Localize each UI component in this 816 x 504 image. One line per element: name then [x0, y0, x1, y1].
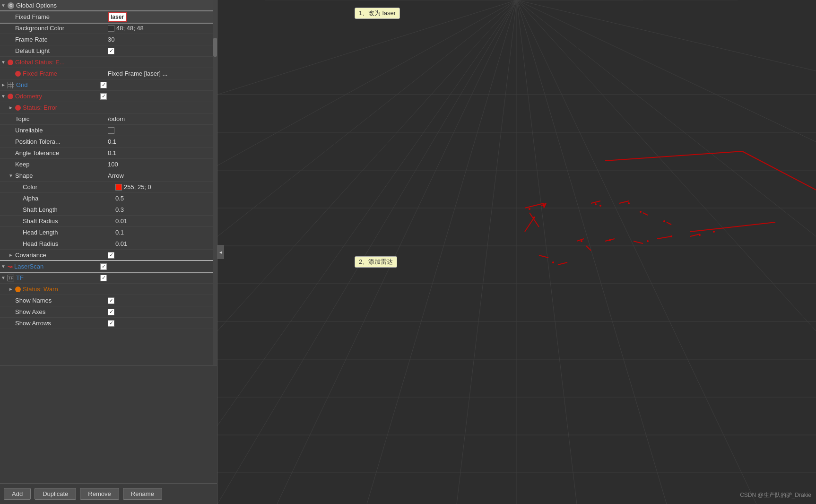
fixed-frame-status-icon [15, 71, 21, 77]
tree-area[interactable]: ▼ ⚙ Global Options Fixed Frame laser [0, 0, 217, 365]
svg-point-73 [699, 234, 701, 236]
remove-button[interactable]: Remove [80, 488, 119, 500]
callout-1: 1、改为 laser [355, 8, 400, 19]
row-keep[interactable]: Keep 100 [0, 159, 217, 170]
position-tolerance-value: 0.1 [108, 138, 116, 145]
row-global-options[interactable]: ▼ ⚙ Global Options [0, 0, 217, 11]
expand-global-status[interactable]: ▼ [1, 60, 6, 65]
shaft-length-label: Shaft Length [23, 206, 58, 213]
row-covariance[interactable]: ► Covariance ✓ [0, 250, 217, 261]
row-position-tolerance[interactable]: Position Tolera... 0.1 [0, 136, 217, 148]
fixed-frame-value[interactable]: laser [108, 12, 127, 22]
head-radius-label: Head Radius [23, 240, 58, 247]
show-names-checkbox[interactable]: ✓ [108, 297, 114, 304]
gear-icon: ⚙ [8, 2, 14, 9]
lower-panel [0, 365, 217, 483]
row-angle-tolerance[interactable]: Angle Tolerance 0.1 [0, 148, 217, 159]
default-light-checkbox[interactable]: ✓ [108, 48, 114, 54]
expand-covariance[interactable]: ► [9, 252, 13, 258]
3d-viewport[interactable]: 1、改为 laser 2、添加雷达 ◄ CSDN @生产队的驴_Drakie [217, 0, 816, 504]
row-shape[interactable]: ▼ Shape Arrow [0, 170, 217, 182]
covariance-checkbox[interactable]: ✓ [108, 252, 114, 259]
svg-point-70 [609, 239, 611, 241]
expand-shape[interactable]: ▼ [9, 173, 13, 178]
expand-status-error[interactable]: ► [9, 105, 13, 110]
show-arrows-label: Show Arrows [15, 320, 51, 327]
row-fixed-frame-status[interactable]: Fixed Frame Fixed Frame [laser] ... [0, 68, 217, 79]
svg-point-71 [647, 240, 649, 242]
shaft-length-value: 0.3 [115, 206, 124, 213]
svg-point-74 [552, 261, 554, 263]
expand-status-warn[interactable]: ► [9, 287, 13, 292]
svg-point-72 [670, 235, 672, 237]
rename-button[interactable]: Rename [123, 488, 162, 500]
row-frame-rate[interactable]: Frame Rate 30 [0, 34, 217, 45]
row-shaft-length[interactable]: Shaft Length 0.3 [0, 204, 217, 216]
row-topic[interactable]: Topic /odom [0, 113, 217, 125]
expand-tf[interactable]: ▼ [1, 275, 6, 280]
row-fixed-frame[interactable]: Fixed Frame laser [0, 11, 217, 23]
callout-2: 2、添加雷达 [355, 256, 397, 268]
collapse-panel-button[interactable]: ◄ [217, 245, 224, 259]
grid-label: Grid [16, 81, 28, 88]
row-laserscan[interactable]: ▼ ↝ LaserScan ✓ [0, 261, 217, 272]
default-light-label: Default Light [15, 47, 50, 54]
row-color[interactable]: Color 255; 25; 0 [0, 182, 217, 193]
status-warn-icon [15, 287, 21, 292]
row-grid[interactable]: ► Grid ✓ [0, 79, 217, 91]
expand-laserscan[interactable]: ▼ [1, 264, 6, 269]
global-options-label: Global Options [16, 2, 57, 9]
tf-checkbox[interactable]: ✓ [100, 275, 107, 281]
row-status-error[interactable]: ► Status: Error [0, 102, 217, 113]
head-radius-value: 0.01 [115, 240, 127, 247]
angle-tolerance-value: 0.1 [108, 149, 116, 156]
alpha-value: 0.5 [115, 195, 124, 202]
svg-point-65 [713, 231, 715, 233]
keep-label: Keep [15, 161, 29, 168]
unreliable-checkbox[interactable] [108, 127, 114, 134]
status-error-label: Status: Error [23, 104, 57, 111]
row-head-length[interactable]: Head Length 0.1 [0, 227, 217, 238]
grid-checkbox[interactable]: ✓ [100, 82, 107, 88]
grid-icon [8, 82, 14, 88]
show-axes-label: Show Axes [15, 308, 45, 315]
expand-global-options[interactable]: ▼ [1, 3, 6, 8]
odometry-checkbox[interactable]: ✓ [100, 93, 107, 100]
row-show-axes[interactable]: Show Axes ✓ [0, 306, 217, 318]
background-color-swatch[interactable] [108, 25, 114, 32]
global-status-red-circle-icon [8, 60, 13, 65]
alpha-label: Alpha [23, 195, 38, 202]
duplicate-button[interactable]: Duplicate [35, 488, 76, 500]
shaft-radius-value: 0.01 [115, 217, 127, 225]
scrollbar-thumb[interactable] [213, 38, 217, 57]
fixed-frame-status-label: Fixed Frame [23, 70, 57, 77]
global-status-label: Global Status: E... [15, 59, 65, 66]
row-odometry[interactable]: ▼ Odometry ✓ [0, 91, 217, 102]
row-default-light[interactable]: Default Light ✓ [0, 45, 217, 57]
color-swatch[interactable] [115, 184, 122, 191]
shaft-radius-label: Shaft Radius [23, 217, 58, 225]
color-value: 255; 25; 0 [124, 183, 151, 191]
laserscan-icon: ↝ [8, 263, 12, 270]
row-tf[interactable]: ▼ TF TF ✓ [0, 272, 217, 284]
show-axes-checkbox[interactable]: ✓ [108, 309, 114, 315]
frame-rate-label: Frame Rate [15, 36, 48, 43]
row-show-names[interactable]: Show Names ✓ [0, 295, 217, 306]
row-global-status[interactable]: ▼ Global Status: E... [0, 57, 217, 68]
svg-point-62 [628, 202, 630, 204]
row-unreliable[interactable]: Unreliable [0, 125, 217, 136]
row-status-warn[interactable]: ► Status: Warn [0, 284, 217, 295]
svg-point-61 [599, 205, 601, 207]
add-button[interactable]: Add [4, 488, 31, 500]
row-head-radius[interactable]: Head Radius 0.01 [0, 238, 217, 250]
row-show-arrows[interactable]: Show Arrows ✓ [0, 318, 217, 329]
expand-odometry[interactable]: ▼ [1, 94, 6, 99]
laserscan-checkbox[interactable]: ✓ [100, 263, 107, 270]
row-shaft-radius[interactable]: Shaft Radius 0.01 [0, 216, 217, 227]
scrollbar[interactable] [213, 0, 217, 365]
row-alpha[interactable]: Alpha 0.5 [0, 193, 217, 204]
show-arrows-checkbox[interactable]: ✓ [108, 320, 114, 327]
expand-grid[interactable]: ► [1, 82, 6, 87]
row-background-color[interactable]: Background Color 48; 48; 48 [0, 23, 217, 34]
frame-rate-value: 30 [108, 36, 114, 43]
